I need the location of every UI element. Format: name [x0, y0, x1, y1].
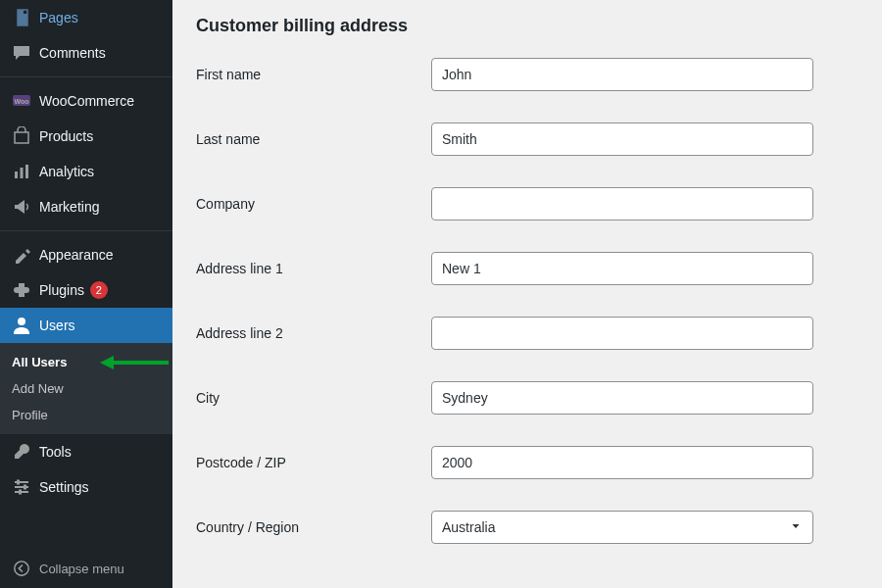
svg-rect-6 — [25, 165, 28, 178]
menu-label: Users — [39, 318, 75, 333]
menu-item-users[interactable]: Users — [0, 308, 172, 343]
svg-text:Woo: Woo — [14, 98, 28, 105]
input-company[interactable] — [431, 187, 813, 220]
svg-rect-5 — [21, 168, 24, 178]
menu-label: Products — [39, 128, 93, 144]
menu-item-products[interactable]: Products — [0, 119, 172, 154]
input-last-name[interactable] — [431, 122, 813, 156]
tools-icon — [12, 442, 31, 462]
select-country-value: Australia — [442, 519, 495, 535]
section-title: Customer billing address — [196, 16, 858, 36]
menu-label: Pages — [39, 10, 78, 25]
menu-label: Tools — [39, 444, 72, 460]
appearance-icon — [12, 245, 31, 265]
submenu-item-all-users[interactable]: All Users — [0, 349, 172, 375]
page-icon — [12, 8, 31, 27]
submenu-item-profile[interactable]: Profile — [0, 402, 172, 428]
label-country: Country / Region — [196, 519, 431, 535]
menu-label: Comments — [39, 45, 106, 61]
label-address2: Address line 2 — [196, 325, 431, 341]
menu-item-marketing[interactable]: Marketing — [0, 189, 172, 224]
main-content: Customer billing address First name Last… — [172, 0, 882, 588]
plugins-badge: 2 — [90, 281, 108, 299]
input-address2[interactable] — [431, 317, 813, 350]
label-city: City — [196, 390, 431, 406]
row-company: Company — [196, 187, 858, 220]
row-postcode: Postcode / ZIP — [196, 446, 858, 479]
menu-item-settings[interactable]: Settings — [0, 469, 172, 505]
svg-marker-9 — [100, 356, 114, 369]
row-country: Country / Region Australia — [196, 511, 858, 544]
submenu-item-add-new[interactable]: Add New — [0, 375, 172, 402]
menu-label: WooCommerce — [39, 93, 134, 109]
input-postcode[interactable] — [431, 446, 813, 479]
menu-separator — [0, 230, 172, 231]
label-company: Company — [196, 196, 431, 212]
svg-point-7 — [18, 318, 25, 325]
menu-item-analytics[interactable]: Analytics — [0, 154, 172, 189]
products-icon — [12, 126, 31, 146]
chevron-down-icon — [789, 519, 803, 536]
row-city: City — [196, 381, 858, 415]
users-submenu: All Users Add New Profile — [0, 343, 172, 434]
menu-item-appearance[interactable]: Appearance — [0, 237, 172, 272]
submenu-label: Add New — [12, 381, 64, 396]
highlight-arrow-icon — [100, 354, 169, 371]
collapse-icon — [12, 559, 31, 578]
collapse-label: Collapse menu — [39, 562, 124, 576]
menu-item-woocommerce[interactable]: Woo WooCommerce — [0, 83, 172, 119]
menu-label: Analytics — [39, 164, 94, 179]
label-last-name: Last name — [196, 131, 431, 147]
row-address2: Address line 2 — [196, 317, 858, 350]
menu-item-tools[interactable]: Tools — [0, 434, 172, 469]
menu-label: Marketing — [39, 199, 99, 215]
woocommerce-icon: Woo — [12, 91, 31, 111]
svg-rect-14 — [24, 485, 26, 490]
settings-icon — [12, 477, 31, 497]
analytics-icon — [12, 162, 31, 181]
menu-item-comments[interactable]: Comments — [0, 35, 172, 71]
menu-item-pages[interactable]: Pages — [0, 0, 172, 35]
collapse-menu[interactable]: Collapse menu — [0, 549, 172, 588]
label-first-name: First name — [196, 67, 431, 82]
label-address1: Address line 1 — [196, 261, 431, 276]
input-address1[interactable] — [431, 252, 813, 285]
menu-label: Plugins — [39, 282, 84, 298]
select-country[interactable]: Australia — [431, 511, 813, 544]
menu-label: Appearance — [39, 247, 114, 263]
row-address1: Address line 1 — [196, 252, 858, 285]
row-first-name: First name — [196, 58, 858, 91]
comment-icon — [12, 43, 31, 63]
svg-rect-15 — [19, 490, 22, 495]
input-city[interactable] — [431, 381, 813, 415]
svg-rect-4 — [15, 172, 18, 178]
row-last-name: Last name — [196, 122, 858, 156]
svg-rect-13 — [17, 480, 20, 485]
svg-rect-3 — [15, 132, 28, 143]
users-icon — [12, 316, 31, 335]
menu-item-plugins[interactable]: Plugins 2 — [0, 272, 172, 308]
label-postcode: Postcode / ZIP — [196, 455, 431, 470]
submenu-label: All Users — [12, 355, 67, 369]
admin-sidebar: Pages Comments Woo WooCommerce Products … — [0, 0, 172, 588]
submenu-label: Profile — [12, 408, 48, 422]
input-first-name[interactable] — [431, 58, 813, 91]
plugins-icon — [12, 280, 31, 300]
marketing-icon — [12, 197, 31, 217]
menu-separator — [0, 76, 172, 77]
menu-label: Settings — [39, 479, 89, 495]
svg-point-16 — [15, 562, 28, 575]
